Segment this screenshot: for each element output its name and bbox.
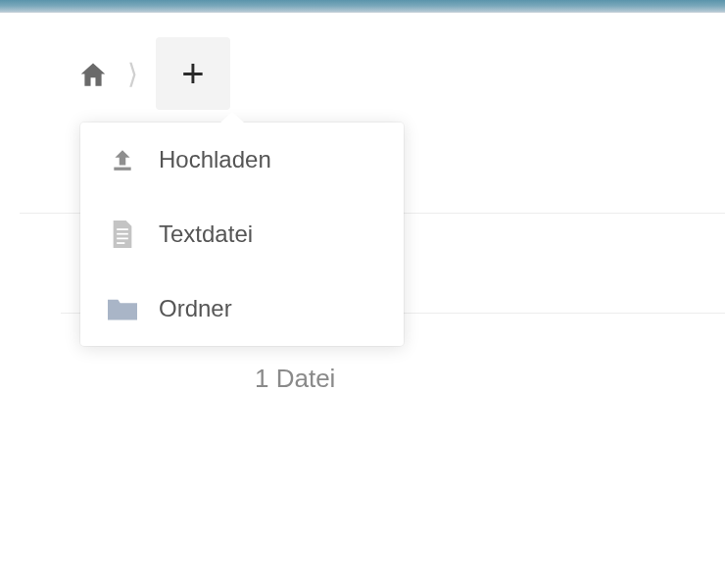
upload-label: Hochladen [159, 146, 271, 173]
svg-rect-2 [117, 233, 128, 235]
textfile-menu-item[interactable]: Textdatei [80, 197, 404, 271]
svg-rect-3 [117, 238, 128, 240]
folder-menu-item[interactable]: Ordner [80, 271, 404, 346]
main-content: ⟩ + 1 Datei Hochladen [0, 13, 725, 588]
add-new-button[interactable]: + [156, 37, 230, 110]
add-new-popover: Hochladen Textdatei Ordner [80, 122, 404, 346]
svg-rect-1 [117, 228, 128, 230]
svg-rect-4 [117, 242, 124, 244]
home-button[interactable] [76, 57, 110, 90]
file-count-label: 1 Datei [255, 364, 335, 394]
plus-icon: + [181, 52, 204, 96]
home-icon [78, 61, 108, 87]
svg-rect-0 [114, 168, 130, 171]
window-title-bar [0, 0, 725, 13]
folder-label: Ordner [159, 295, 232, 322]
upload-menu-item[interactable]: Hochladen [80, 122, 404, 197]
folder-icon [108, 297, 137, 320]
file-icon [108, 220, 137, 248]
breadcrumb: ⟩ + [0, 13, 725, 134]
textfile-label: Textdatei [159, 220, 253, 248]
upload-icon [108, 147, 137, 172]
chevron-right-icon: ⟩ [127, 58, 138, 90]
